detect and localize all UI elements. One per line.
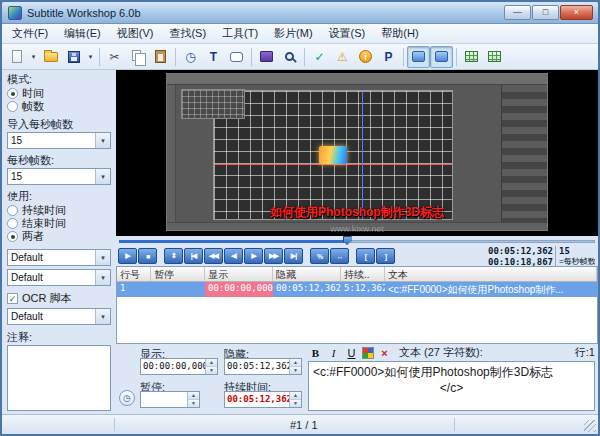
pause-time-input[interactable]: ▲ ▼ — [140, 391, 200, 408]
menu-tools[interactable]: 工具(T) — [214, 23, 266, 44]
column-duration: 持续.. — [341, 267, 385, 281]
current-time: 00:05:12,362 — [488, 246, 552, 256]
comment-button[interactable] — [225, 46, 248, 68]
chevron-down-icon[interactable]: ▾ — [95, 133, 110, 148]
mode-frames-label: 帧数 — [22, 99, 44, 114]
menu-movie[interactable]: 影片(M) — [266, 23, 321, 44]
save-file-button[interactable] — [62, 46, 85, 68]
next-subtitle-button[interactable]: ▶| — [284, 248, 303, 264]
hide-time-input[interactable]: 00:05:12,362 ▲ ▼ — [224, 358, 302, 375]
move-subtitle-button[interactable]: ↔ — [330, 248, 349, 264]
subtitle-grid: 行号 暂停 显示 隐藏 持续.. 文本 1 00:00:00,000 00:05… — [116, 266, 598, 344]
table-row[interactable]: 1 00:00:00,000 00:05:12,362 5:12,362 <c:… — [117, 282, 597, 297]
seek-progress — [119, 240, 346, 243]
pause-clock-button[interactable]: ◷ — [119, 390, 135, 406]
play-button[interactable]: ▶ — [118, 248, 137, 264]
italic-button[interactable]: I — [326, 346, 341, 360]
rewind-button[interactable]: ◀◀ — [204, 248, 223, 264]
new-file-dropdown[interactable]: ▾ — [28, 46, 39, 68]
input-fps-select[interactable]: 15 ▾ — [7, 132, 111, 149]
ocr-script-select[interactable]: Default ▾ — [7, 308, 111, 325]
prev-subtitle-button[interactable]: |◀ — [184, 248, 203, 264]
close-button[interactable]: × — [560, 5, 593, 20]
underline-button[interactable]: U — [344, 346, 359, 360]
mode-frames-radio[interactable]: 帧数 — [7, 100, 111, 113]
status-bar: #1 / 1 — [2, 414, 598, 434]
checkbox-icon: ✓ — [7, 293, 18, 304]
paste-button[interactable] — [149, 46, 172, 68]
spin-down-button[interactable]: ▼ — [290, 367, 301, 374]
chevron-down-icon[interactable]: ▾ — [95, 270, 110, 285]
bold-button[interactable]: B — [308, 346, 323, 360]
time-mode-button[interactable]: ◷ — [179, 46, 202, 68]
zoom-button[interactable] — [278, 46, 301, 68]
scroll-list-button[interactable]: ⇕ — [164, 248, 183, 264]
video-preview-mode-button[interactable] — [407, 46, 430, 68]
warnings-button[interactable]: ⚠ — [331, 46, 354, 68]
notes-textarea[interactable] — [7, 345, 111, 411]
set-start-button[interactable]: [ — [356, 248, 375, 264]
step-forward-button[interactable]: ▶ — [244, 248, 263, 264]
information-button[interactable]: i — [354, 46, 377, 68]
spin-down-button[interactable]: ▼ — [290, 400, 301, 407]
cut-button[interactable]: ✂ — [103, 46, 126, 68]
spin-down-button[interactable]: ▼ — [188, 400, 199, 407]
ocr-scripts-checkbox[interactable]: ✓ OCR 脚本 — [7, 292, 111, 305]
duration-time-input[interactable]: 00:05:12,362 ▲ ▼ — [224, 391, 302, 408]
spin-up-button[interactable]: ▲ — [188, 392, 199, 400]
new-file-button[interactable] — [5, 46, 28, 68]
grid-translated-button[interactable] — [483, 46, 506, 68]
text-mode-button[interactable]: T — [202, 46, 225, 68]
pause-time-value[interactable] — [141, 392, 187, 407]
show-time-value[interactable]: 00:00:00,000 — [141, 359, 205, 374]
playback-rate-button[interactable]: % — [310, 248, 329, 264]
grid-original-button[interactable] — [460, 46, 483, 68]
chevron-down-icon[interactable]: ▾ — [95, 309, 110, 324]
work-both-radio[interactable]: 两者 — [7, 230, 111, 243]
seek-thumb[interactable] — [343, 236, 352, 245]
set-end-button[interactable]: ] — [376, 248, 395, 264]
menu-file[interactable]: 文件(F) — [4, 23, 56, 44]
charset-translation-select[interactable]: Default ▾ — [7, 269, 111, 286]
save-file-dropdown[interactable]: ▾ — [85, 46, 96, 68]
maximize-button[interactable]: □ — [532, 5, 559, 20]
check-errors-button[interactable]: ✓ — [308, 46, 331, 68]
menu-view[interactable]: 视图(V) — [109, 23, 162, 44]
open-folder-icon — [44, 52, 58, 62]
step-back-button[interactable]: ◀ — [224, 248, 243, 264]
resize-grip[interactable] — [584, 420, 596, 432]
clear-tags-button[interactable]: × — [377, 346, 392, 360]
menu-help[interactable]: 帮助(H) — [373, 23, 426, 44]
fps-select[interactable]: 15 ▾ — [7, 168, 111, 185]
pascal-script-button[interactable]: P — [377, 46, 400, 68]
spin-up-button[interactable]: ▲ — [290, 359, 301, 367]
menu-search[interactable]: 查找(S) — [161, 23, 214, 44]
total-time: 00:10:18,867 — [488, 257, 552, 267]
fast-forward-button[interactable]: ▶▶ — [264, 248, 283, 264]
app-icon[interactable] — [8, 6, 22, 20]
spin-down-button[interactable]: ▼ — [206, 367, 217, 374]
show-time-input[interactable]: 00:00:00,000 ▲ ▼ — [140, 358, 218, 375]
frame-button[interactable] — [255, 46, 278, 68]
copy-button[interactable] — [126, 46, 149, 68]
spin-up-button[interactable]: ▲ — [290, 392, 301, 400]
stop-button[interactable]: ■ — [138, 248, 157, 264]
color-picker-icon[interactable] — [362, 347, 374, 359]
spin-up-button[interactable]: ▲ — [206, 359, 217, 367]
magnifier-icon — [285, 52, 294, 61]
duration-time-value[interactable]: 00:05:12,362 — [225, 392, 289, 407]
menu-settings[interactable]: 设置(S) — [321, 23, 374, 44]
chevron-down-icon[interactable]: ▾ — [95, 250, 110, 265]
open-file-button[interactable] — [39, 46, 62, 68]
hide-time-value[interactable]: 00:05:12,362 — [225, 359, 289, 374]
translator-mode-button[interactable] — [430, 46, 453, 68]
title-bar[interactable]: Subtitle Workshop 6.0b — □ × — [2, 2, 598, 24]
subtitle-text-editor[interactable]: <c:#FF0000>如何使用Photoshop制作3D标志 </c> — [308, 361, 595, 411]
cell-show: 00:00:00,000 — [205, 282, 273, 297]
minimize-button[interactable]: — — [504, 5, 531, 20]
menu-bar: 文件(F) 编辑(E) 视图(V) 查找(S) 工具(T) 影片(M) 设置(S… — [2, 24, 598, 44]
chevron-down-icon[interactable]: ▾ — [95, 169, 110, 184]
charset-original-select[interactable]: Default ▾ — [7, 249, 111, 266]
menu-edit[interactable]: 编辑(E) — [56, 23, 109, 44]
cell-num: 1 — [117, 282, 151, 297]
